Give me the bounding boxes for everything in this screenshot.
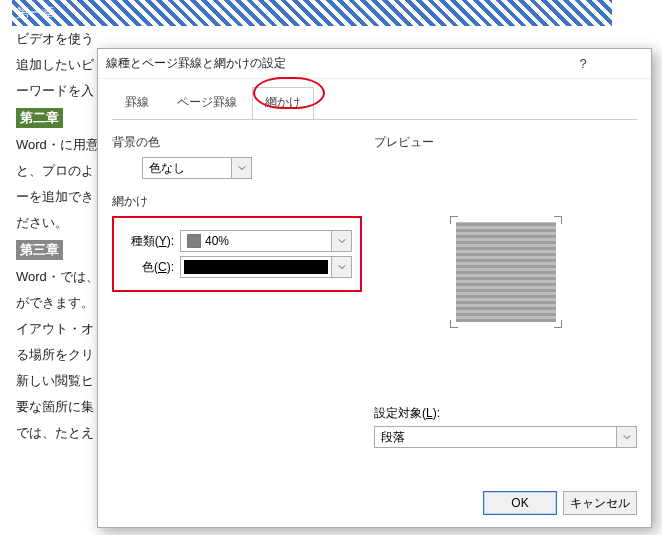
- help-button[interactable]: ?: [563, 50, 603, 78]
- apply-to-dropdown[interactable]: 段落: [374, 426, 637, 448]
- right-column: プレビュー 設定対象(L): 段落: [374, 130, 637, 448]
- background-color-dropdown[interactable]: 色なし: [142, 157, 252, 179]
- background-color-value: 色なし: [143, 160, 231, 177]
- pattern-color-dropdown[interactable]: [180, 256, 352, 278]
- corner-handle-icon: [554, 320, 562, 328]
- pattern-type-dropdown[interactable]: 40%: [180, 230, 352, 252]
- tab-borders[interactable]: 罫線: [112, 87, 162, 120]
- apply-to-section: 設定対象(L): 段落: [374, 405, 637, 448]
- chevron-down-icon: [331, 231, 351, 251]
- chevron-down-icon: [331, 257, 351, 277]
- tab-underline: [112, 119, 637, 120]
- chapter-1-title: 第一章: [12, 0, 612, 26]
- borders-and-shading-dialog: 線種とページ罫線と網かけの設定 ? 罫線 ページ罫線 網かけ 背景の色 色なし: [97, 48, 652, 528]
- chevron-down-icon: [231, 158, 251, 178]
- pattern-type-label: 種類(Y):: [122, 233, 174, 250]
- apply-to-value: 段落: [375, 429, 616, 446]
- left-column: 背景の色 色なし 網かけ 種類(Y):: [112, 130, 362, 448]
- grey-swatch-icon: [187, 234, 201, 248]
- shading-group-label: 網かけ: [112, 193, 362, 210]
- pattern-color-label: 色(C):: [122, 259, 174, 276]
- corner-handle-icon: [450, 216, 458, 224]
- pattern-color-value: [181, 257, 331, 277]
- corner-handle-icon: [450, 320, 458, 328]
- apply-to-label: 設定対象(L):: [374, 405, 637, 422]
- background-color-label: 背景の色: [112, 134, 362, 151]
- ok-button[interactable]: OK: [483, 491, 557, 515]
- preview-label: プレビュー: [374, 134, 637, 151]
- tab-page-border[interactable]: ページ罫線: [164, 87, 250, 120]
- chevron-down-icon: [616, 427, 636, 447]
- preview-area: [374, 157, 637, 387]
- dialog-titlebar: 線種とページ罫線と網かけの設定 ?: [98, 49, 651, 79]
- black-swatch-icon: [184, 260, 328, 274]
- preview-sample: [456, 222, 556, 322]
- tab-shading[interactable]: 網かけ: [252, 87, 314, 120]
- corner-handle-icon: [554, 216, 562, 224]
- close-button[interactable]: [603, 50, 643, 78]
- cancel-button[interactable]: キャンセル: [563, 491, 637, 515]
- dialog-title: 線種とページ罫線と網かけの設定: [106, 55, 563, 72]
- dialog-tabs: 罫線 ページ罫線 網かけ: [98, 79, 651, 120]
- annotation-rectangle: 種類(Y): 40% 色(C):: [112, 216, 362, 292]
- dialog-button-row: OK キャンセル: [483, 491, 637, 515]
- dialog-content: 背景の色 色なし 網かけ 種類(Y):: [98, 120, 651, 452]
- pattern-type-value: 40%: [181, 234, 331, 248]
